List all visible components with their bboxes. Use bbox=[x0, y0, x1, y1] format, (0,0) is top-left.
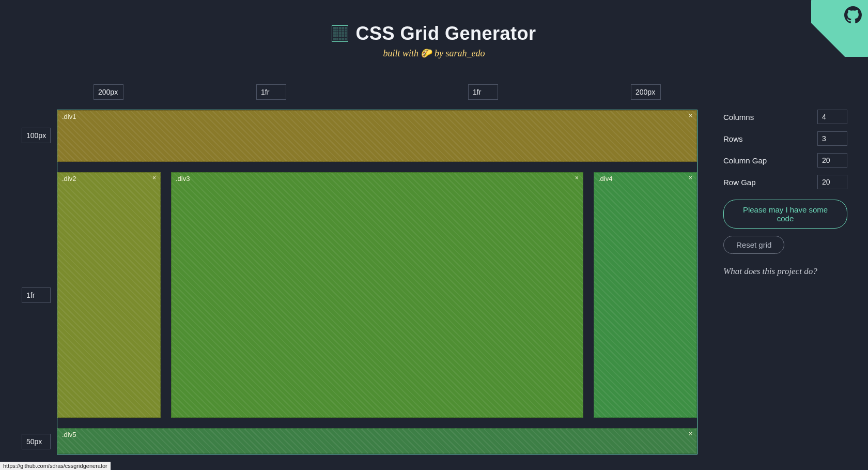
grid-canvas[interactable]: .div1 × .div2 × .div3 × .div4 × .div5 × bbox=[57, 110, 698, 454]
github-corner-link[interactable] bbox=[811, 0, 868, 57]
rows-input[interactable] bbox=[817, 131, 847, 146]
page-title: CSS Grid Generator bbox=[355, 23, 536, 44]
rowgap-input[interactable] bbox=[817, 175, 847, 189]
close-icon[interactable]: × bbox=[689, 113, 692, 119]
column-units-row bbox=[57, 83, 698, 101]
grid-area-div3[interactable]: .div3 × bbox=[171, 172, 583, 418]
generate-code-button[interactable]: Please may I have some code bbox=[723, 200, 847, 229]
rows-label: Rows bbox=[723, 134, 743, 143]
byline: built with 🌮 by sarah_edo bbox=[0, 48, 868, 59]
close-icon[interactable]: × bbox=[152, 175, 156, 181]
grid-editor: .div1 × .div2 × .div3 × .div4 × .div5 × bbox=[21, 83, 698, 454]
grid-area-div1[interactable]: .div1 × bbox=[57, 110, 697, 162]
close-icon[interactable]: × bbox=[689, 175, 692, 181]
grid-area-div2[interactable]: .div2 × bbox=[57, 172, 161, 418]
col-unit-input-2[interactable] bbox=[256, 84, 286, 100]
header: CSS Grid Generator built with 🌮 by sarah… bbox=[0, 0, 868, 59]
area-label: .div2 bbox=[62, 175, 76, 183]
grid-logo-icon bbox=[332, 25, 348, 42]
grid-area-div4[interactable]: .div4 × bbox=[594, 172, 697, 418]
col-unit-input-1[interactable] bbox=[94, 84, 123, 100]
area-label: .div5 bbox=[62, 431, 76, 438]
columns-input[interactable] bbox=[817, 110, 847, 124]
rowgap-label: Row Gap bbox=[723, 178, 756, 187]
controls-sidebar: Columns Rows Column Gap Row Gap Please m… bbox=[723, 83, 847, 454]
row-unit-input-2[interactable] bbox=[22, 287, 51, 303]
close-icon[interactable]: × bbox=[689, 431, 692, 437]
taco-icon: 🌮 bbox=[421, 48, 432, 58]
col-unit-input-3[interactable] bbox=[468, 84, 498, 100]
grid-area-div5[interactable]: .div5 × bbox=[57, 428, 697, 454]
colgap-input[interactable] bbox=[817, 153, 847, 168]
row-unit-input-1[interactable] bbox=[22, 128, 51, 143]
col-unit-input-4[interactable] bbox=[631, 84, 661, 100]
columns-label: Columns bbox=[723, 113, 754, 122]
github-icon bbox=[844, 6, 862, 24]
close-icon[interactable]: × bbox=[575, 175, 579, 181]
row-unit-input-3[interactable] bbox=[22, 434, 51, 449]
help-link[interactable]: What does this project do? bbox=[723, 266, 847, 277]
row-units-col bbox=[21, 110, 52, 454]
colgap-label: Column Gap bbox=[723, 156, 767, 165]
area-label: .div1 bbox=[62, 113, 76, 120]
status-bar-url: https://github.com/sdras/cssgridgenerato… bbox=[0, 462, 111, 470]
reset-grid-button[interactable]: Reset grid bbox=[723, 236, 784, 254]
area-label: .div3 bbox=[176, 175, 190, 183]
area-label: .div4 bbox=[598, 175, 612, 183]
